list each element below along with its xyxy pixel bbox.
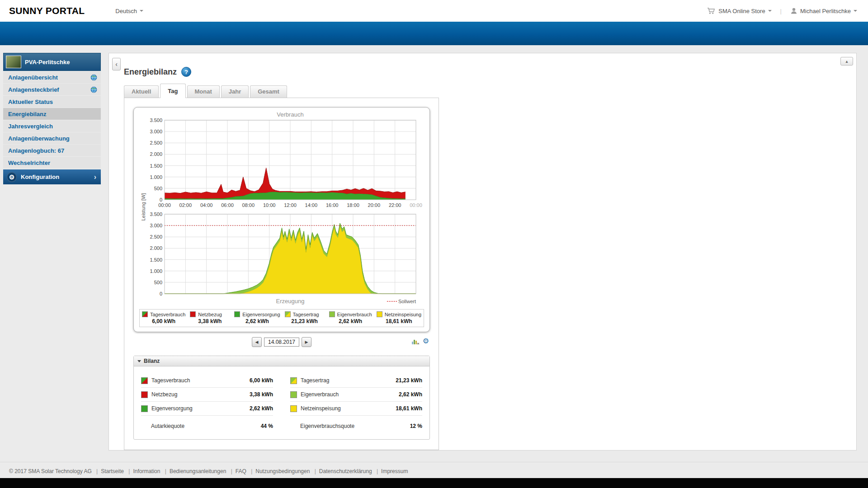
main-panel: ‹ ▴ Energiebilanz ? Aktuell Tag Monat Ja… bbox=[108, 53, 857, 450]
legend-swatch bbox=[234, 311, 240, 317]
sidebar-item-label: Aktueller Status bbox=[8, 99, 53, 105]
tab-aktuell[interactable]: Aktuell bbox=[124, 85, 159, 98]
row-swatch bbox=[290, 391, 297, 398]
svg-text:06:00: 06:00 bbox=[221, 202, 234, 208]
svg-text:12:00: 12:00 bbox=[284, 202, 297, 208]
sidebar-item-aktueller-status[interactable]: Aktueller Status bbox=[3, 96, 101, 108]
triangle-down-icon bbox=[137, 360, 141, 362]
footer-divider: | bbox=[128, 468, 130, 474]
page-content: PVA-Perlitschke Anlagenübersicht Anlagen… bbox=[0, 45, 868, 478]
sidebar-item-anlagenuebersicht[interactable]: Anlagenübersicht bbox=[3, 71, 101, 83]
prev-day-button[interactable]: ◀ bbox=[252, 337, 262, 347]
tab-tag[interactable]: Tag bbox=[160, 84, 185, 98]
bilanz-quote-row: Eigenverbrauchsquote 12 % bbox=[290, 419, 422, 433]
chevron-down-icon bbox=[768, 10, 772, 12]
legend-value: 2,62 kWh bbox=[234, 318, 280, 324]
plant-thumbnail bbox=[6, 56, 21, 68]
sidebar-item-label: Jahresvergleich bbox=[8, 123, 53, 130]
footer-link-faq[interactable]: FAQ bbox=[236, 468, 246, 474]
tab-monat[interactable]: Monat bbox=[187, 85, 220, 98]
legend-swatch bbox=[329, 311, 335, 317]
svg-text:2.000: 2.000 bbox=[150, 151, 162, 157]
language-selector[interactable]: Deutsch bbox=[115, 8, 143, 14]
globe-icon[interactable] bbox=[90, 86, 97, 93]
sidebar-item-konfiguration[interactable]: ⚙ Konfiguration › bbox=[3, 169, 101, 184]
copyright-text: © 2017 SMA Solar Technology AG bbox=[9, 468, 92, 474]
user-menu[interactable]: Michael Perlitschke bbox=[790, 7, 857, 14]
chevron-down-icon bbox=[140, 10, 143, 12]
legend-label: Netzeinspeisung bbox=[385, 312, 421, 317]
bilanz-row: Netzeinspeisung 18,61 kWh bbox=[290, 402, 422, 416]
footer-link-nutzungsbedingungen[interactable]: Nutzungsbedingungen bbox=[255, 468, 310, 474]
sidebar-item-jahresvergleich[interactable]: Jahresvergleich bbox=[3, 120, 101, 132]
sidebar-item-energiebilanz[interactable]: Energiebilanz bbox=[3, 108, 101, 120]
footer-link-startseite[interactable]: Startseite bbox=[101, 468, 124, 474]
footer-divider: | bbox=[165, 468, 166, 474]
diagram-settings-icon[interactable] bbox=[411, 338, 420, 345]
sidebar-item-anlagenueberwachung[interactable]: Anlagenüberwachung bbox=[3, 132, 101, 144]
row-swatch bbox=[290, 405, 297, 412]
date-input[interactable] bbox=[264, 338, 299, 347]
svg-text:00:00: 00:00 bbox=[410, 202, 422, 208]
svg-text:Verbrauch: Verbrauch bbox=[277, 111, 303, 118]
plant-selector[interactable]: PVA-Perlitschke bbox=[3, 53, 101, 71]
next-day-button[interactable]: ▶ bbox=[302, 337, 311, 347]
sidebar-item-label: Anlagenübersicht bbox=[8, 74, 58, 81]
bilanz-collapse-header[interactable]: Bilanz bbox=[134, 356, 429, 366]
gear-icon: ⚙ bbox=[7, 172, 17, 182]
tab-content: 05001.0001.5002.0002.5003.0003.500Verbra… bbox=[124, 98, 439, 450]
sidebar-item-anlagenlogbuch[interactable]: Anlagenlogbuch: 67 bbox=[3, 145, 101, 156]
row-label: Netzbezug bbox=[151, 391, 177, 398]
svg-text:18:00: 18:00 bbox=[347, 202, 359, 208]
cart-icon bbox=[707, 7, 716, 14]
energy-chart-panel: 05001.0001.5002.0002.5003.0003.500Verbra… bbox=[133, 107, 430, 332]
globe-icon[interactable] bbox=[90, 74, 97, 81]
footer-link-impressum[interactable]: Impressum bbox=[381, 468, 408, 474]
row-label: Eigenverbrauchsquote bbox=[300, 423, 354, 429]
row-swatch bbox=[141, 405, 148, 412]
legend-label: Eigenversorgung bbox=[242, 312, 280, 317]
row-swatch bbox=[141, 377, 148, 384]
row-value: 2,62 kWh bbox=[399, 391, 422, 398]
tab-jahr[interactable]: Jahr bbox=[221, 85, 249, 98]
row-swatch bbox=[141, 391, 148, 398]
svg-text:500: 500 bbox=[154, 186, 162, 191]
svg-text:1.000: 1.000 bbox=[150, 268, 162, 274]
svg-text:3.000: 3.000 bbox=[150, 223, 162, 228]
row-value: 18,61 kWh bbox=[396, 405, 422, 412]
footer-divider: | bbox=[315, 468, 316, 474]
footer-divider: | bbox=[96, 468, 98, 474]
top-bar: SUNNY PORTAL Deutsch SMA Online Store | … bbox=[0, 0, 868, 22]
row-value: 3,38 kWh bbox=[250, 391, 273, 398]
sidebar-item-label: Wechselrichter bbox=[8, 160, 50, 166]
legend-item: Netzeinspeisung 18,61 kWh bbox=[374, 310, 424, 327]
collapse-sidebar-button[interactable]: ‹ bbox=[112, 58, 121, 70]
tab-gesamt[interactable]: Gesamt bbox=[250, 85, 287, 98]
svg-text:2.500: 2.500 bbox=[150, 140, 162, 145]
row-label: Eigenversorgung bbox=[151, 405, 193, 412]
sidebar-item-anlagensteckbrief[interactable]: Anlagensteckbrief bbox=[3, 84, 101, 95]
scroll-top-button[interactable]: ▴ bbox=[840, 57, 853, 66]
legend-value: 3,38 kWh bbox=[190, 318, 230, 324]
settings-icon[interactable]: ⚙ bbox=[423, 338, 429, 345]
sidebar: PVA-Perlitschke Anlagenübersicht Anlagen… bbox=[3, 53, 101, 184]
chevron-right-icon: › bbox=[94, 173, 96, 181]
row-swatch bbox=[290, 377, 297, 384]
chevron-down-icon bbox=[854, 10, 857, 12]
svg-text:2.000: 2.000 bbox=[150, 245, 162, 251]
footer-link-datenschutzerklaerung[interactable]: Datenschutzerklärung bbox=[319, 468, 372, 474]
svg-text:3.500: 3.500 bbox=[150, 117, 162, 123]
date-navigation: ◀ ▶ ⚙ bbox=[133, 337, 430, 347]
language-label: Deutsch bbox=[115, 8, 137, 14]
sidebar-item-wechselrichter[interactable]: Wechselrichter bbox=[3, 157, 101, 169]
legend-label: Tagesverbrauch bbox=[150, 312, 185, 317]
footer-link-information[interactable]: Information bbox=[133, 468, 160, 474]
legend-swatch bbox=[377, 311, 382, 317]
svg-text:08:00: 08:00 bbox=[242, 202, 255, 208]
page-title: Energiebilanz bbox=[124, 67, 177, 77]
chart-legend: Tagesverbrauch 6,00 kWh Netzbezug 3,38 k… bbox=[139, 309, 424, 327]
bilanz-row: Tagesverbrauch 6,00 kWh bbox=[141, 374, 273, 388]
help-icon[interactable]: ? bbox=[181, 67, 191, 77]
online-store-link[interactable]: SMA Online Store bbox=[707, 7, 771, 14]
footer-link-bedienungsanleitungen[interactable]: Bedienungsanleitungen bbox=[170, 468, 226, 474]
